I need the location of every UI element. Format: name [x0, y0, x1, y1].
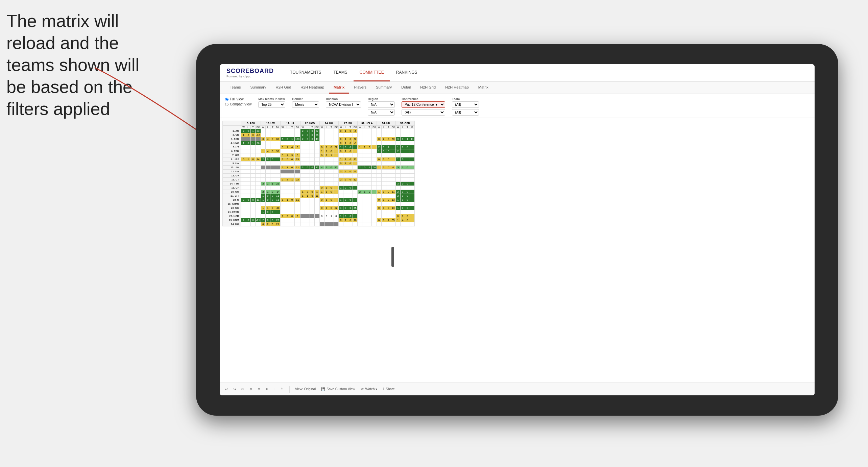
cell-r6-c6-1	[362, 153, 367, 157]
division-select[interactable]: NCAA Division I NCAA Division II	[326, 101, 361, 108]
row-header-5: 6. FSU	[223, 149, 241, 153]
cell-r8-c3-3	[315, 162, 319, 166]
cell-r16-c0-3	[256, 194, 261, 198]
cell-r21-c0-1	[246, 214, 251, 218]
team-select2[interactable]: (All)	[452, 109, 479, 116]
refresh-button[interactable]: ⟳	[241, 387, 244, 391]
subnav-h2h-heatmap[interactable]: H2H Heatmap	[296, 82, 329, 94]
cell-r16-c4-0	[319, 194, 324, 198]
cell-r18-c3-2	[310, 202, 315, 206]
subnav-matrix[interactable]: Matrix	[329, 82, 349, 94]
cell-r4-c0-3	[256, 145, 261, 149]
cell-r6-c5-1	[343, 153, 348, 157]
cell-r11-c7-1	[381, 174, 386, 178]
cell-r12-c8-1	[400, 178, 405, 182]
cell-r19-c7-2: 0	[386, 206, 391, 210]
cell-r10-c5-2: 0	[348, 170, 353, 174]
cell-r22-c5-0: 0	[338, 218, 343, 222]
undo-button[interactable]: ↩	[225, 387, 228, 391]
cell-r21-c6-2	[367, 214, 372, 218]
nav-teams[interactable]: TEAMS	[327, 64, 353, 81]
cell-r0-c1-3	[275, 129, 280, 133]
nav-tournaments[interactable]: TOURNAMENTS	[284, 64, 327, 81]
cell-r0-c7-3	[391, 129, 395, 133]
watch-button[interactable]: 👁 Watch ▾	[361, 387, 378, 391]
table-row: 20. UG110-38010221004501013100	[223, 206, 415, 210]
cell-r17-c3-3	[315, 198, 319, 202]
cell-r8-c3-0	[300, 162, 305, 166]
cell-r7-c2-0: 1	[280, 157, 285, 162]
save-custom-view-button[interactable]: 💾 Save Custom View	[321, 387, 355, 391]
conference-label: Conference	[402, 97, 445, 101]
subnav-h2h-grid[interactable]: H2H Grid	[271, 82, 296, 94]
share-button[interactable]: ⤴ Share	[383, 387, 395, 391]
subnav-players[interactable]: Players	[349, 82, 371, 94]
cell-r20-c2-1	[285, 210, 290, 214]
cell-r15-c1-0: 2	[261, 190, 265, 194]
cell-r0-c6-1	[362, 129, 367, 133]
cell-r23-c8-3	[410, 222, 414, 226]
subnav-matrix2[interactable]: Matrix	[474, 82, 493, 94]
cell-r1-c2-0	[280, 133, 285, 137]
subnav-teams[interactable]: Teams	[225, 82, 245, 94]
subnav-summary2[interactable]: Summary	[371, 82, 396, 94]
cell-r16-c7-0	[377, 194, 381, 198]
nav-committee[interactable]: COMMITTEE	[354, 64, 390, 81]
region-select[interactable]: N/A East West	[368, 101, 395, 108]
table-row: 5. UT014001022100110201100	[223, 145, 415, 149]
zoom-in-button[interactable]: ⊕	[249, 387, 252, 391]
cell-r20-c1-0: 1	[261, 210, 265, 214]
subnav-summary[interactable]: Summary	[245, 82, 271, 94]
cell-r3-c3-0	[300, 141, 305, 145]
subnav-h2h-heatmap2[interactable]: H2H Heatmap	[440, 82, 474, 94]
max-teams-select[interactable]: Top 25 Top 10 Top 50	[258, 101, 285, 108]
cell-r19-c0-0	[241, 206, 246, 210]
cell-r7-c7-0: 0	[377, 157, 381, 162]
cell-r5-c1-1: 4	[265, 149, 270, 153]
cell-r4-c2-0: 0	[280, 145, 285, 149]
add-button[interactable]: +	[273, 387, 275, 391]
cell-r23-c0-1	[246, 222, 251, 226]
cell-r13-c5-3	[353, 182, 357, 186]
team-select[interactable]: (All)	[452, 101, 479, 108]
cell-r8-c4-0	[319, 162, 324, 166]
zoom-out-button[interactable]: ⊖	[258, 387, 260, 391]
cell-r20-c2-0	[280, 210, 285, 214]
subnav-h2h-grid2[interactable]: H2H Grid	[415, 82, 440, 94]
gender-select[interactable]: Men's Women's	[292, 101, 319, 108]
full-view-radio[interactable]: Full View	[225, 97, 251, 101]
cell-r10-c8-1	[400, 170, 405, 174]
cell-r19-c8-3	[410, 206, 414, 210]
table-row: 21. ETSU100	[223, 210, 415, 214]
cell-r20-c4-3	[334, 210, 338, 214]
region-select2[interactable]: N/A	[368, 109, 395, 116]
view-original-button[interactable]: View: Original	[295, 387, 316, 391]
cell-r1-c2-2	[290, 133, 294, 137]
matrix-container[interactable]: 3. ASU 10. UW 11. UA 22. UCB 24. UO 27. …	[220, 118, 815, 383]
nav-rankings[interactable]: RANKINGS	[390, 64, 424, 81]
cell-r2-c5-1: 1	[343, 137, 348, 141]
clock-button[interactable]: ⏱	[281, 387, 284, 391]
cell-r8-c7-0	[377, 162, 381, 166]
cell-r15-c8-3	[410, 190, 414, 194]
cell-r11-c2-2	[290, 174, 294, 178]
cell-r12-c5-0: 2	[338, 178, 343, 182]
cell-r15-c0-1	[246, 190, 251, 194]
redo-button[interactable]: ↪	[233, 387, 236, 391]
sub-nav: Teams Summary H2H Grid H2H Heatmap Matri…	[220, 82, 815, 94]
cell-r4-c8-3	[410, 145, 414, 149]
conference-select[interactable]: Pac-12 Conference ▼ (All)	[402, 101, 445, 108]
cell-r6-c1-3	[275, 153, 280, 157]
cell-r9-c4-3: 72	[334, 166, 338, 170]
conference-select2[interactable]: (All)	[402, 109, 445, 116]
cell-r17-c1-2: 0	[270, 198, 275, 202]
subnav-detail[interactable]: Detail	[396, 82, 415, 94]
cell-r10-c8-2	[405, 170, 410, 174]
fit-button[interactable]: =	[266, 387, 268, 391]
cell-r0-c7-1	[381, 129, 386, 133]
cell-r21-c3-2	[310, 214, 315, 218]
cell-r13-c1-2: 1	[270, 182, 275, 186]
compact-view-radio[interactable]: Compact View	[225, 102, 251, 106]
cell-r21-c3-1	[305, 214, 310, 218]
cell-r22-c8-2: 0	[405, 218, 410, 222]
